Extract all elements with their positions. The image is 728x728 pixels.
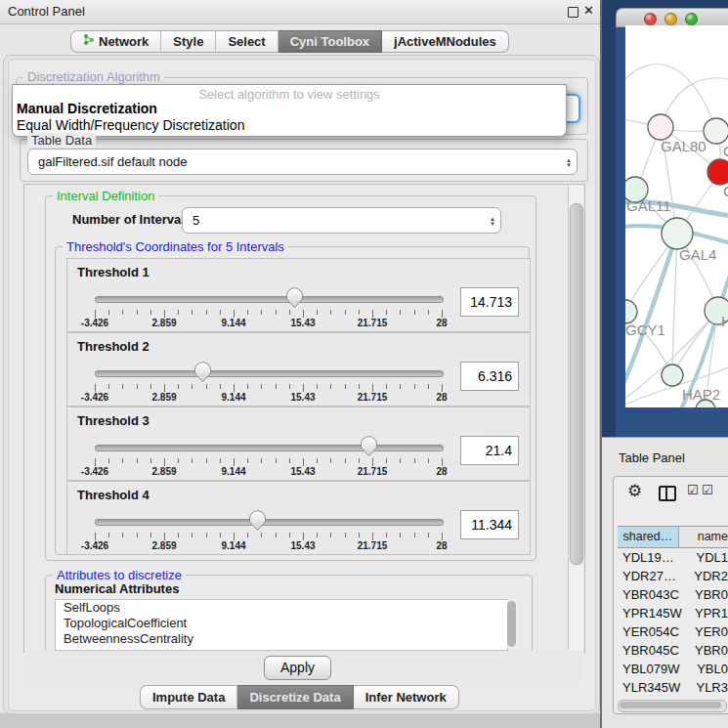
columns-icon[interactable]: [659, 486, 676, 501]
apply-button[interactable]: Apply: [264, 656, 331, 680]
tick-mark: [192, 310, 193, 315]
number-of-intervals-select[interactable]: 5 ▴▾: [182, 207, 501, 234]
network-node-c[interactable]: [707, 159, 728, 185]
network-node-hap2[interactable]: [662, 364, 683, 386]
tick-label: -3.426: [81, 392, 108, 403]
tab-discretize-data[interactable]: Discretize Data: [237, 685, 353, 709]
tab-jactivemnodules[interactable]: jActiveMNodules: [382, 30, 509, 53]
network-canvas[interactable]: GAL80GCGAL11GAL4GCY1HHAP2: [625, 25, 728, 407]
tick-mark: [276, 458, 277, 463]
column-header-shared-name[interactable]: shared…: [618, 527, 679, 547]
cell-name: YBR0: [689, 641, 728, 660]
table-horizontal-scrollbar[interactable]: [618, 700, 727, 712]
attribute-list-item[interactable]: TopologicalCoefficient: [56, 616, 507, 631]
network-node-g[interactable]: [704, 118, 728, 144]
threshold-value-field[interactable]: 14.713: [460, 287, 519, 317]
table-row[interactable]: YDR27…YDR2: [618, 567, 728, 585]
slider-thumb[interactable]: [285, 287, 304, 309]
table-row[interactable]: YER054CYER0: [618, 622, 728, 641]
cell-shared-name: YBL079W: [618, 660, 691, 678]
network-window-titlebar[interactable]: [616, 8, 728, 27]
tick-label: -3.426: [81, 466, 108, 477]
tick-mark: [303, 384, 304, 392]
tick-mark: [192, 533, 193, 537]
checkbox-icon[interactable]: ☑: [687, 483, 699, 497]
slider-thumb[interactable]: [360, 436, 378, 457]
cell-name: YDL1: [690, 548, 728, 567]
node-label: H: [721, 313, 728, 329]
threshold-value-field[interactable]: 6.316: [460, 362, 519, 391]
algorithm-placeholder-option[interactable]: Select algorithm to view settings: [13, 87, 566, 102]
threshold-row: Threshold 1-3.4262.8599.14415.4321.71528…: [66, 258, 531, 332]
tick-label: 2.859: [151, 466, 176, 477]
column-header-name[interactable]: name: [679, 527, 728, 547]
close-icon[interactable]: ✕: [583, 3, 594, 18]
scrollbar-thumb[interactable]: [570, 203, 583, 565]
table-row[interactable]: YDL19…YDL1: [618, 548, 728, 567]
network-node-gal80[interactable]: [648, 114, 673, 140]
checkbox-icon[interactable]: ☑: [702, 483, 713, 497]
tab-impute-data[interactable]: Impute Data: [140, 685, 237, 709]
tick-label: 21.715: [358, 392, 388, 403]
float-window-icon[interactable]: [568, 7, 578, 18]
table-panel-title: Table Panel: [619, 450, 685, 465]
algorithm-option-equal-width[interactable]: Equal Width/Frequency Discretization: [17, 117, 244, 133]
tick-mark: [372, 458, 373, 466]
slider-thumb[interactable]: [248, 510, 267, 532]
table-header-row: shared… name: [618, 526, 728, 548]
tick-mark: [178, 458, 179, 463]
attributes-list-scrollbar[interactable]: [507, 600, 518, 648]
scrollbar-thumb[interactable]: [507, 601, 516, 647]
node-label: GAL4: [679, 246, 716, 263]
slider-track[interactable]: [95, 296, 444, 303]
tick-mark: [234, 458, 235, 466]
cell-name: YER0: [689, 622, 728, 641]
attributes-list[interactable]: SelfLoopsTopologicalCoefficientBetweenne…: [55, 599, 508, 651]
tick-mark: [414, 310, 415, 315]
tab-network[interactable]: Network: [70, 30, 161, 53]
tick-mark: [400, 458, 401, 463]
table-row[interactable]: YPR145WYPR1: [618, 604, 728, 622]
network-node-gcy1[interactable]: [625, 300, 637, 323]
scrollbar-thumb[interactable]: [620, 702, 721, 708]
tick-mark: [386, 384, 387, 389]
table-row[interactable]: YBR045CYBR0: [618, 641, 728, 660]
slider-thumb[interactable]: [193, 362, 212, 383]
tick-mark: [303, 458, 304, 466]
zoom-traffic-light[interactable]: [685, 13, 698, 25]
threshold-value-field[interactable]: 11.344: [460, 510, 519, 539]
slider-track[interactable]: [95, 445, 444, 451]
control-panel-titlebar[interactable]: Control Panel: [0, 0, 600, 24]
tick-mark: [150, 458, 151, 463]
tick-mark: [234, 310, 235, 318]
tick-mark: [192, 458, 193, 463]
tick-mark: [95, 384, 96, 392]
algorithm-option-manual[interactable]: Manual Discretization: [17, 101, 157, 116]
tab-cyni-toolbox[interactable]: Cyni Toolbox: [278, 30, 382, 53]
gear-icon[interactable]: ⚙: [627, 481, 642, 501]
table-row[interactable]: YBR043CYBR0: [618, 585, 728, 604]
spinner-arrows-icon: ▴▾: [561, 157, 577, 167]
table-data-title: Table Data: [27, 133, 96, 148]
bottom-tab-bar: Impute DataDiscretize DataInfer Network: [140, 685, 459, 709]
tick-mark: [178, 384, 179, 389]
table-row[interactable]: YLR345WYLR3: [618, 678, 728, 697]
tab-select[interactable]: Select: [216, 30, 278, 53]
cell-shared-name: YLR345W: [618, 678, 690, 697]
tab-style[interactable]: Style: [161, 30, 216, 53]
close-traffic-light[interactable]: [644, 13, 657, 25]
threshold-value-field[interactable]: 21.4: [460, 436, 519, 465]
slider-track[interactable]: [95, 370, 444, 377]
attribute-list-item[interactable]: SelfLoops: [56, 600, 507, 616]
tick-mark: [108, 533, 109, 537]
slider-track[interactable]: [95, 519, 444, 526]
network-node-gal4[interactable]: [662, 218, 693, 249]
vertical-scrollbar[interactable]: [568, 185, 583, 650]
table-row[interactable]: YBL079WYBL0: [618, 660, 728, 678]
tick-mark: [386, 458, 387, 463]
table-data-select[interactable]: galFiltered.sif default node ▴▾: [27, 149, 578, 175]
tab-infer-network[interactable]: Infer Network: [354, 685, 459, 709]
minimize-traffic-light[interactable]: [664, 13, 677, 25]
tick-mark: [95, 533, 96, 540]
attribute-list-item[interactable]: BetweennessCentrality: [56, 631, 507, 647]
